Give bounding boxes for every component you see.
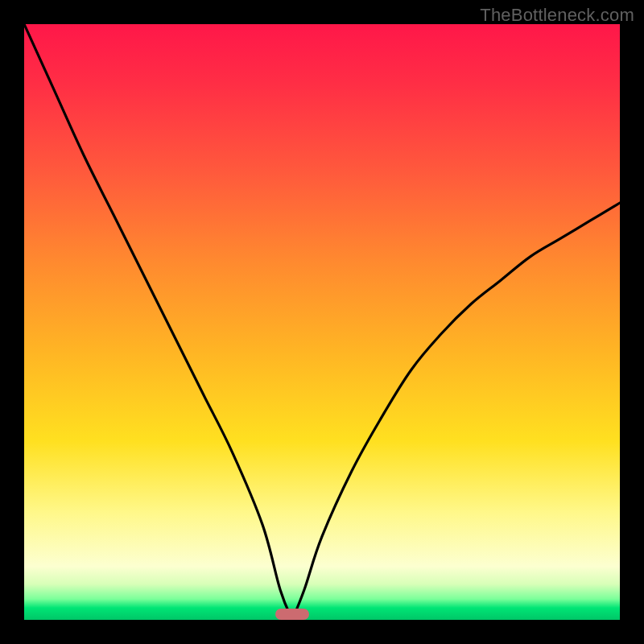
chart-frame: TheBottleneck.com (0, 0, 644, 644)
plot-area (24, 24, 620, 620)
trough-marker (275, 609, 309, 620)
attribution-watermark: TheBottleneck.com (480, 5, 634, 26)
bottleneck-curve (24, 24, 620, 620)
